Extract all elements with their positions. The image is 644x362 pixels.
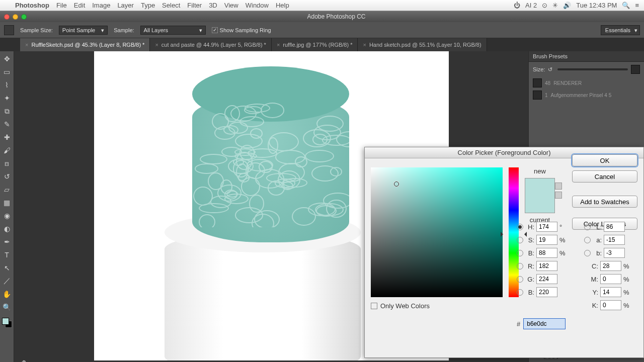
blur-tool-icon[interactable]: ◉ bbox=[2, 210, 13, 221]
tab-rufflesketch[interactable]: ×RuffleSketch.psd @ 45.3% (Layer 8, RGB/… bbox=[20, 38, 150, 51]
healing-tool-icon[interactable]: ✚ bbox=[2, 132, 13, 143]
tab-label: ruffle.jpg @ 177% (RGB/8) * bbox=[283, 42, 352, 48]
menubar-status-icon: ⏻ bbox=[514, 2, 520, 9]
crop-tool-icon[interactable]: ⧉ bbox=[2, 106, 13, 117]
brush-preset-row[interactable]: 48RENDERER bbox=[533, 77, 640, 89]
menu-layer[interactable]: Layer bbox=[117, 2, 134, 9]
pen-tool-icon[interactable]: ✒ bbox=[2, 236, 13, 247]
menu-type[interactable]: Type bbox=[141, 2, 155, 9]
menu-help[interactable]: Help bbox=[276, 2, 289, 9]
tab-handsketch[interactable]: ×Hand sketch.psd @ 55.1% (Layer 10, RGB/… bbox=[358, 38, 487, 51]
brush-preset-name: Aufgenommener Pinsel 4 5 bbox=[551, 93, 612, 98]
marquee-tool-icon[interactable]: ▭ bbox=[2, 66, 13, 77]
document-tabs: ×RuffleSketch.psd @ 45.3% (Layer 8, RGB/… bbox=[0, 38, 644, 51]
menu-filter[interactable]: Filter bbox=[187, 2, 202, 9]
brush-size-slider[interactable] bbox=[557, 68, 628, 70]
gradient-tool-icon[interactable]: ▦ bbox=[2, 197, 13, 208]
websafe-warning-icon[interactable] bbox=[555, 192, 562, 199]
stamp-tool-icon[interactable]: ⧈ bbox=[2, 158, 13, 169]
sample-size-select[interactable]: Point Sample bbox=[59, 26, 108, 35]
lab-b-input[interactable] bbox=[604, 248, 625, 258]
zoom-tool-icon[interactable]: 🔍 bbox=[2, 302, 13, 313]
workspace-switcher[interactable]: Essentials bbox=[601, 25, 640, 35]
hand-tool-icon[interactable]: ✋ bbox=[2, 289, 13, 300]
tab-label: RuffleSketch.psd @ 45.3% (Layer 8, RGB/8… bbox=[31, 42, 144, 48]
a-radio[interactable] bbox=[584, 237, 591, 243]
menubar-bluetooth-icon[interactable]: ✳ bbox=[552, 2, 558, 9]
shape-tool-icon[interactable]: ／ bbox=[2, 276, 13, 287]
dodge-tool-icon[interactable]: ◐ bbox=[2, 223, 13, 234]
ok-button[interactable]: OK bbox=[572, 154, 637, 166]
tab-cutpaste[interactable]: ×cut and paste @ 44.9% (Layer 5, RGB/8) … bbox=[150, 38, 272, 51]
close-icon[interactable]: × bbox=[363, 42, 366, 48]
k-input[interactable] bbox=[600, 300, 621, 310]
menubar-list-icon[interactable]: ≡ bbox=[635, 2, 639, 9]
zoom-window-icon[interactable] bbox=[21, 14, 27, 20]
r-radio[interactable] bbox=[517, 263, 523, 269]
menu-window[interactable]: Window bbox=[246, 2, 269, 9]
history-brush-tool-icon[interactable]: ↺ bbox=[2, 171, 13, 182]
brush-presets-header[interactable]: Brush Presets bbox=[529, 51, 644, 62]
bb-radio[interactable] bbox=[517, 289, 523, 296]
current-tool-icon[interactable] bbox=[4, 25, 14, 35]
brush-size-thumb-icon[interactable] bbox=[631, 65, 640, 74]
minimize-window-icon[interactable] bbox=[13, 14, 18, 20]
close-window-icon[interactable] bbox=[4, 14, 10, 20]
spotlight-icon[interactable]: 🔍 bbox=[622, 2, 630, 9]
b-radio[interactable] bbox=[517, 250, 523, 256]
add-to-swatches-button[interactable]: Add to Swatches bbox=[572, 196, 637, 208]
menu-3d[interactable]: 3D bbox=[209, 2, 217, 9]
c-input[interactable] bbox=[600, 261, 621, 271]
brush-size-label: Size: bbox=[533, 66, 545, 72]
s-input[interactable] bbox=[536, 235, 557, 245]
type-tool-icon[interactable]: T bbox=[2, 249, 13, 260]
lab-b-radio[interactable] bbox=[584, 250, 591, 256]
brush-size-reset-icon[interactable]: ↺ bbox=[548, 66, 552, 73]
y-input[interactable] bbox=[600, 287, 621, 297]
menubar-clock[interactable]: Tue 12:43 PM bbox=[576, 2, 617, 9]
show-ring-checkbox[interactable]: ✓ bbox=[212, 27, 218, 33]
close-icon[interactable]: × bbox=[25, 42, 28, 48]
close-icon[interactable]: × bbox=[277, 42, 280, 48]
l-radio[interactable] bbox=[584, 224, 591, 230]
menubar-wifi-icon[interactable]: ⊙ bbox=[542, 2, 547, 9]
tab-ruffle[interactable]: ×ruffle.jpg @ 177% (RGB/8) * bbox=[272, 38, 358, 51]
hex-input[interactable] bbox=[523, 318, 566, 329]
app-name[interactable]: Photoshop bbox=[15, 2, 49, 9]
menu-edit[interactable]: Edit bbox=[74, 2, 85, 9]
h-radio[interactable] bbox=[517, 224, 523, 230]
menu-select[interactable]: Select bbox=[162, 2, 180, 9]
only-web-checkbox[interactable] bbox=[371, 303, 377, 309]
m-input[interactable] bbox=[600, 274, 621, 284]
sample-select[interactable]: All Layers bbox=[140, 26, 206, 35]
close-icon[interactable]: × bbox=[155, 42, 158, 48]
brush-tool-icon[interactable]: 🖌 bbox=[2, 145, 13, 156]
r-input[interactable] bbox=[536, 261, 557, 271]
color-swatches[interactable] bbox=[2, 318, 12, 328]
eyedropper-tool-icon[interactable]: ✎ bbox=[2, 119, 13, 130]
bv-input[interactable] bbox=[536, 248, 557, 258]
gamut-warning-icon[interactable] bbox=[555, 183, 562, 190]
l-input[interactable] bbox=[604, 222, 625, 232]
sample-label: Sample: bbox=[114, 27, 134, 33]
sv-cursor-icon[interactable] bbox=[394, 182, 399, 187]
brush-preset-row[interactable]: 1Aufgenommener Pinsel 4 5 bbox=[533, 89, 640, 101]
menu-file[interactable]: File bbox=[56, 2, 67, 9]
menu-image[interactable]: Image bbox=[92, 2, 110, 9]
g-input[interactable] bbox=[536, 274, 557, 284]
cancel-button[interactable]: Cancel bbox=[572, 170, 637, 183]
wand-tool-icon[interactable]: ✦ bbox=[2, 93, 13, 104]
path-tool-icon[interactable]: ↖ bbox=[2, 262, 13, 274]
h-input[interactable] bbox=[536, 222, 557, 232]
g-radio[interactable] bbox=[517, 276, 523, 283]
menubar-volume-icon[interactable]: 🔊 bbox=[563, 2, 571, 9]
brush-preset-size: 1 bbox=[545, 93, 548, 98]
menu-view[interactable]: View bbox=[224, 2, 238, 9]
lasso-tool-icon[interactable]: ⌇ bbox=[2, 79, 13, 90]
move-tool-icon[interactable]: ✥ bbox=[2, 53, 13, 64]
eraser-tool-icon[interactable]: ▱ bbox=[2, 184, 13, 195]
s-radio[interactable] bbox=[517, 237, 523, 243]
saturation-value-field[interactable] bbox=[371, 167, 503, 297]
bb-input[interactable] bbox=[536, 287, 557, 297]
a-input[interactable] bbox=[604, 235, 625, 245]
